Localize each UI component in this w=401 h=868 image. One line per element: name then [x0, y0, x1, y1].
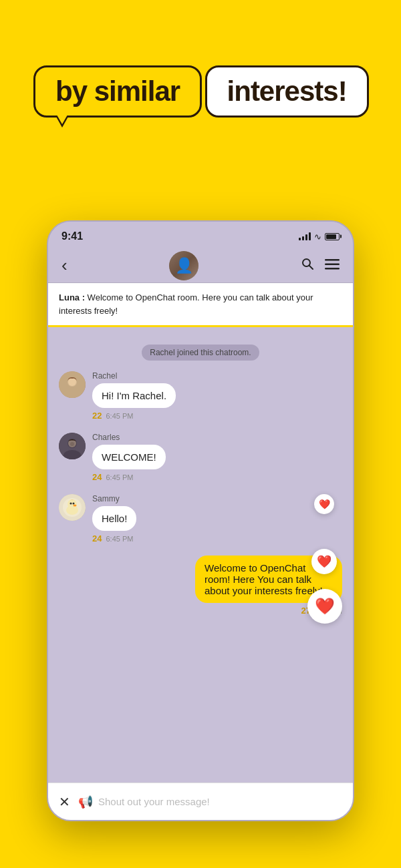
- avatar: [59, 433, 86, 459]
- message-meta: 24 6:45 PM: [92, 533, 136, 544]
- message-content: Charles WELCOME! 24 6:45 PM: [92, 433, 166, 482]
- back-button[interactable]: ‹: [61, 255, 68, 276]
- table-row: Charles WELCOME! 24 6:45 PM: [59, 433, 342, 482]
- message-bubble: Hello!: [92, 506, 136, 531]
- phone-mockup: 9:41 ∿ ‹: [47, 220, 354, 821]
- svg-point-20: [73, 503, 75, 505]
- pinned-text: Welcome to OpenChat room. Here you can t…: [59, 292, 313, 316]
- message-meta: 22 6:45 PM: [92, 411, 176, 421]
- message-sender-name: Rachel: [92, 371, 176, 381]
- avatar: [59, 371, 86, 398]
- message-likes: 24: [92, 472, 102, 482]
- bubble-by-similar: by similar: [33, 65, 202, 118]
- avatar: [59, 494, 86, 521]
- message-content: Rachel Hi! I'm Rachel. 22 6:45 PM: [92, 371, 176, 421]
- heart-reaction-large: ❤️: [307, 589, 342, 624]
- status-bar: 9:41 ∿: [48, 222, 353, 248]
- message-content: Sammy Hello! 24 6:45 PM: [92, 494, 136, 544]
- system-message: Rachel joined this chatroom.: [59, 345, 342, 361]
- message-time: 6:45 PM: [106, 473, 133, 481]
- status-icons: ∿: [299, 232, 340, 242]
- svg-point-19: [70, 503, 72, 505]
- status-time: 9:41: [61, 230, 83, 242]
- pinned-message: Luna : Welcome to OpenChat room. Here yo…: [48, 283, 353, 327]
- input-placeholder: Shout out your message!: [98, 796, 210, 807]
- svg-point-17: [68, 499, 77, 509]
- message-bubble: Hi! I'm Rachel.: [92, 383, 176, 408]
- message-likes: 24: [92, 533, 102, 544]
- message-input-area[interactable]: 📢 Shout out your message!: [78, 795, 342, 809]
- nav-bar: ‹: [48, 248, 353, 283]
- search-icon[interactable]: [301, 257, 314, 274]
- message-likes: 22: [92, 411, 102, 421]
- message-text: Hello!: [102, 513, 127, 524]
- headline-line1: by similar: [55, 75, 180, 107]
- battery-icon: [325, 233, 340, 240]
- svg-rect-3: [325, 264, 340, 266]
- message-time: 6:45 PM: [106, 412, 133, 420]
- svg-point-8: [68, 378, 76, 386]
- wifi-icon: ∿: [314, 232, 321, 242]
- svg-rect-2: [325, 259, 340, 261]
- message-time: 6:45 PM: [106, 535, 133, 543]
- svg-line-1: [309, 266, 313, 270]
- message-meta: 24 6:45 PM: [92, 472, 166, 482]
- heart-reaction-medium: ❤️: [311, 549, 337, 574]
- heart-reaction-small: ❤️: [314, 494, 334, 514]
- svg-rect-4: [325, 268, 340, 270]
- headline-line2: interests!: [227, 75, 347, 107]
- svg-point-13: [70, 442, 74, 446]
- close-button[interactable]: ✕: [59, 794, 70, 810]
- svg-point-18: [74, 505, 77, 507]
- message-text: WELCOME!: [102, 451, 156, 463]
- megaphone-icon: 📢: [78, 795, 93, 809]
- nav-avatar: [169, 251, 198, 280]
- table-row: Rachel Hi! I'm Rachel. 22 6:45 PM: [59, 371, 342, 421]
- table-row: Sammy Hello! 24 6:45 PM ❤️: [59, 494, 342, 544]
- chat-area: Rachel joined this chatroom. Rachel Hi! …: [48, 327, 353, 788]
- message-text: Hi! I'm Rachel.: [102, 390, 166, 401]
- message-bubble: WELCOME!: [92, 445, 166, 469]
- nav-right-icons: [301, 257, 340, 274]
- pinned-sender: Luna :: [59, 292, 85, 302]
- signal-bars-icon: [299, 232, 311, 240]
- message-sender-name: Charles: [92, 433, 166, 442]
- menu-icon[interactable]: [325, 258, 340, 273]
- bubble-interests: interests!: [205, 65, 369, 118]
- message-sender-name: Sammy: [92, 494, 136, 503]
- outgoing-message: Welcome to OpenChat room! Here You can t…: [59, 556, 342, 616]
- bottom-bar: ✕ 📢 Shout out your message!: [48, 783, 353, 820]
- headline-area: by similar interests!: [33, 53, 369, 124]
- system-message-text: Rachel joined this chatroom.: [142, 345, 259, 361]
- outgoing-text: Welcome to OpenChat room! Here You can t…: [205, 562, 323, 596]
